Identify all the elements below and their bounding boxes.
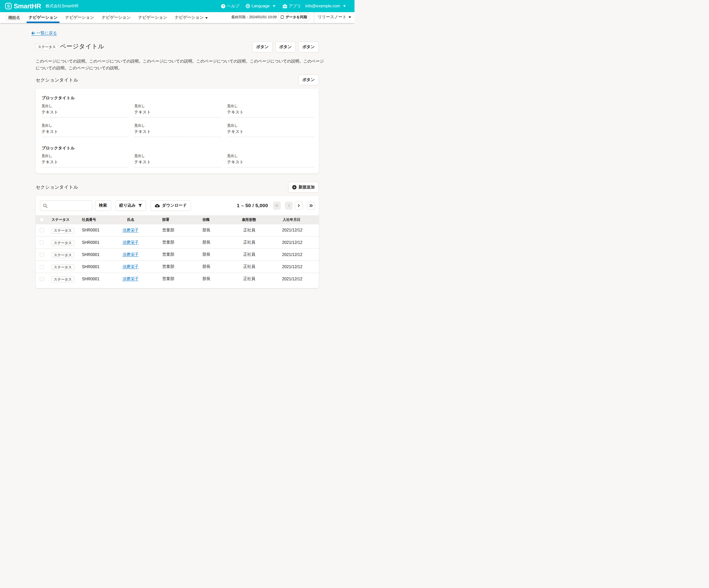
svg-text:S: S [7,4,10,9]
svg-text:?: ? [222,4,224,8]
